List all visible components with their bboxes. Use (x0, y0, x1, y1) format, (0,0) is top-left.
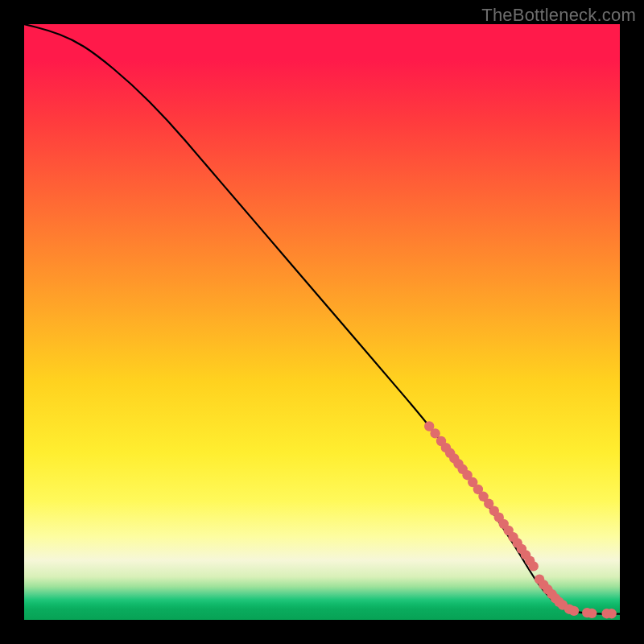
curve-path (24, 24, 620, 614)
highlight-dot (569, 606, 579, 616)
highlight-dots-lower (424, 421, 539, 571)
chart-overlay-svg (24, 24, 620, 620)
highlight-dot (587, 609, 597, 618)
highlight-dots-tail (535, 574, 617, 618)
highlight-dot (606, 609, 616, 618)
highlight-dot (529, 561, 539, 571)
plot-area (24, 24, 620, 620)
watermark-text: TheBottleneck.com (481, 5, 636, 26)
curve-line (24, 24, 620, 614)
chart-stage: TheBottleneck.com (0, 0, 644, 644)
